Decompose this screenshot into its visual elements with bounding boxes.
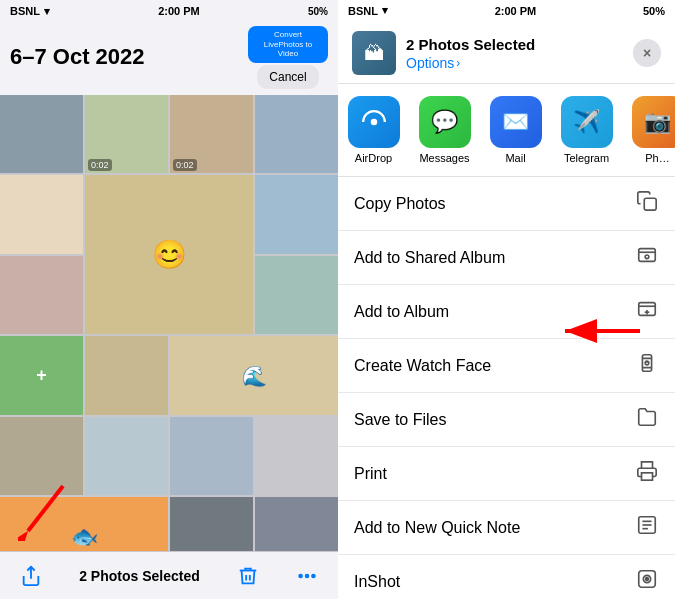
svg-point-3 (299, 574, 302, 577)
share-thumbnail: 🏔 (352, 31, 396, 75)
add-album-icon (635, 298, 659, 325)
inshot-left: InShot (354, 573, 400, 591)
add-shared-album-label: Add to Shared Album (354, 249, 505, 267)
status-right-right: 50% (643, 5, 665, 17)
inshot-label: InShot (354, 573, 400, 591)
video-badge: 0:02 (88, 159, 112, 171)
copy-icon (635, 190, 659, 217)
photo-cell[interactable]: 0:02 (85, 95, 168, 174)
add-shared-album-left: Add to Shared Album (354, 249, 505, 267)
add-to-album-left: Add to Album (354, 303, 449, 321)
signal-icon: ▾ (382, 4, 388, 17)
photo-cell[interactable] (0, 256, 83, 335)
copy-photos-label: Copy Photos (354, 195, 446, 213)
svg-point-4 (306, 574, 309, 577)
photo-cell[interactable] (0, 175, 83, 254)
cancel-button[interactable]: Cancel (257, 65, 318, 89)
options-button[interactable]: Options › (406, 55, 623, 71)
messages-label: Messages (419, 152, 469, 164)
share-title: 2 Photos Selected (406, 36, 623, 53)
date-title: 6–7 Oct 2022 (10, 44, 145, 70)
more-button[interactable] (296, 565, 318, 587)
selected-count: 2 Photos Selected (79, 568, 200, 584)
photos-icon: 📷 (632, 96, 676, 148)
menu-item-inshot[interactable]: InShot (338, 555, 675, 599)
add-to-album-label: Add to Album (354, 303, 449, 321)
convert-button[interactable]: Convert LivePhotos to Video (248, 26, 328, 63)
photo-cell[interactable]: 0:02 (170, 95, 253, 174)
left-top-bar: 6–7 Oct 2022 Convert LivePhotos to Video… (0, 22, 338, 95)
app-icon-messages[interactable]: 💬 Messages (417, 96, 472, 164)
wifi-icon: ▾ (44, 5, 50, 18)
watch-icon (635, 352, 659, 379)
left-panel: BSNL ▾ 2:00 PM 50% 6–7 Oct 2022 Convert … (0, 0, 338, 599)
photo-cell[interactable] (255, 256, 338, 335)
svg-rect-7 (644, 198, 656, 210)
menu-item-quick-note[interactable]: Add to New Quick Note (338, 501, 675, 555)
photo-cell[interactable]: 😊 (85, 175, 253, 334)
app-icon-mail[interactable]: ✉️ Mail (488, 96, 543, 164)
airdrop-icon (348, 96, 400, 148)
menu-item-copy-photos[interactable]: Copy Photos (338, 177, 675, 231)
photo-cell[interactable] (170, 417, 253, 496)
close-icon: × (643, 45, 651, 61)
print-left: Print (354, 465, 387, 483)
svg-point-6 (370, 119, 377, 126)
menu-item-add-shared-album[interactable]: Add to Shared Album (338, 231, 675, 285)
share-info: 2 Photos Selected Options › (406, 36, 623, 71)
photo-grid: 0:02 0:02 😊 + 🌊 🐟 ✓ ✓ (0, 95, 338, 578)
delete-button[interactable] (237, 565, 259, 587)
share-button[interactable] (20, 565, 42, 587)
app-icon-photos[interactable]: 📷 Ph… (630, 96, 675, 164)
photo-cell[interactable]: 🌊 (170, 336, 338, 415)
menu-item-add-to-album[interactable]: Add to Album (338, 285, 675, 339)
airdrop-label: AirDrop (355, 152, 392, 164)
inshot-icon (635, 568, 659, 595)
app-icons-row: AirDrop 💬 Messages ✉️ Mail ✈️ Telegram 📷… (338, 84, 675, 177)
quick-note-label: Add to New Quick Note (354, 519, 520, 537)
carrier-right: BSNL (348, 5, 378, 17)
share-sheet: 🏔 2 Photos Selected Options › × (338, 21, 675, 599)
app-icon-airdrop[interactable]: AirDrop (346, 96, 401, 164)
photo-cell[interactable] (255, 175, 338, 254)
menu-item-print[interactable]: Print (338, 447, 675, 501)
quick-note-left: Add to New Quick Note (354, 519, 520, 537)
photo-cell[interactable] (0, 95, 83, 174)
quick-note-icon (635, 514, 659, 541)
app-icon-telegram[interactable]: ✈️ Telegram (559, 96, 614, 164)
right-panel: BSNL ▾ 2:00 PM 50% 🏔 2 Photos Selected O… (338, 0, 675, 599)
menu-item-save-to-files[interactable]: Save to Files (338, 393, 675, 447)
menu-list: Copy Photos Add to Shared Album (338, 177, 675, 599)
video-badge: 0:02 (173, 159, 197, 171)
time-right: 2:00 PM (495, 5, 537, 17)
close-button[interactable]: × (633, 39, 661, 67)
save-to-files-label: Save to Files (354, 411, 446, 429)
options-label: Options (406, 55, 454, 71)
print-label: Print (354, 465, 387, 483)
bottom-toolbar: 2 Photos Selected (0, 551, 338, 599)
messages-icon: 💬 (419, 96, 471, 148)
status-left-right: BSNL ▾ (348, 4, 388, 17)
svg-point-23 (646, 578, 649, 581)
copy-photos-left: Copy Photos (354, 195, 446, 213)
photo-cell[interactable] (85, 336, 168, 415)
top-right-buttons: Convert LivePhotos to Video Cancel (248, 26, 328, 89)
telegram-label: Telegram (564, 152, 609, 164)
carrier-left: BSNL (10, 5, 40, 17)
time-left: 2:00 PM (158, 5, 200, 17)
files-icon (635, 406, 659, 433)
save-to-files-left: Save to Files (354, 411, 446, 429)
photo-cell[interactable] (255, 95, 338, 174)
photo-cell[interactable]: + (0, 336, 83, 415)
photo-cell[interactable] (0, 417, 83, 496)
print-icon (635, 460, 659, 487)
battery-right: 50% (643, 5, 665, 17)
status-right: 50% (308, 6, 328, 17)
photo-cell[interactable] (85, 417, 168, 496)
shared-album-icon (635, 244, 659, 271)
right-status-bar: BSNL ▾ 2:00 PM 50% (338, 0, 675, 21)
menu-item-create-watch-face[interactable]: Create Watch Face (338, 339, 675, 393)
create-watch-face-label: Create Watch Face (354, 357, 491, 375)
svg-point-5 (312, 574, 315, 577)
mail-label: Mail (505, 152, 525, 164)
